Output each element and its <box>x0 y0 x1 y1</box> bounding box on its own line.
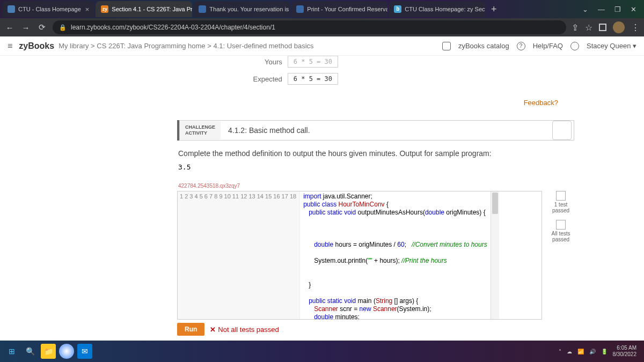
run-button[interactable]: Run <box>177 323 204 336</box>
challenge-tag: CHALLENGEACTIVITY <box>180 121 221 139</box>
lock-icon: 🔒 <box>59 24 67 31</box>
yours-output: 6 * 5 = 30 <box>288 56 338 68</box>
windows-taskbar: ⊞ 🔍 📁 ✉ ˄ ☁ 📶 🔊 🔋 6:05 AM 8/30/2022 <box>0 341 644 362</box>
close-window-icon[interactable]: ✕ <box>631 5 636 13</box>
tab-ctu-home[interactable]: CTU - Class Homepage× <box>2 1 94 17</box>
system-clock[interactable]: 6:05 AM 8/30/2022 <box>613 345 640 358</box>
star-icon[interactable]: ☆ <box>585 23 592 33</box>
reload-icon[interactable]: ⟳ <box>36 23 47 32</box>
new-tab-button[interactable]: + <box>486 2 501 17</box>
code-area[interactable]: import java.util.Scanner; public class H… <box>300 191 491 319</box>
challenge-title: 4.1.2: Basic method call. <box>221 126 552 135</box>
battery-icon[interactable]: 🔋 <box>601 349 608 354</box>
hamburger-icon[interactable]: ≡ <box>8 41 12 51</box>
site-icon <box>199 5 206 13</box>
site-icon <box>296 5 304 13</box>
volume-icon[interactable]: 🔊 <box>589 349 596 354</box>
wifi-icon[interactable]: 📶 <box>577 349 584 354</box>
forward-icon[interactable]: → <box>20 23 31 32</box>
user-menu[interactable]: Stacey Queen ▾ <box>587 42 636 50</box>
page-content: Yours 6 * 5 = 30 Expected 6 * 5 = 30 Fee… <box>0 56 644 341</box>
test-status: ✕Not all tests passed <box>210 326 279 334</box>
zybooks-logo[interactable]: zyBooks <box>19 41 54 51</box>
help-icon: ? <box>517 42 525 50</box>
feedback-link[interactable]: Feedback? <box>524 99 558 107</box>
user-icon <box>570 42 579 50</box>
sample-output: 3.5 <box>178 163 574 171</box>
site-icon: b <box>394 5 401 13</box>
kebab-icon[interactable]: ⋮ <box>631 23 640 33</box>
share-icon[interactable]: ⇪ <box>572 23 579 33</box>
zybooks-header: ≡ zyBooks My library > CS 226T: Java Pro… <box>0 36 644 56</box>
browser-tab-strip: CTU - Class Homepage× zySection 4.1 - CS… <box>0 0 644 18</box>
instructions: Complete the method definition to output… <box>178 149 574 158</box>
profile-avatar[interactable] <box>613 21 625 33</box>
trophy-icon <box>552 121 572 140</box>
address-bar: ← → ⟳ 🔒 learn.zybooks.com/zybook/CS226-2… <box>0 18 644 36</box>
close-icon[interactable]: × <box>85 5 90 13</box>
scrollbar-vertical[interactable] <box>491 191 499 319</box>
search-icon[interactable]: 🔍 <box>23 344 38 359</box>
tab-reservation[interactable]: Thank you. Your reservation is c× <box>193 1 290 17</box>
test-checkbox-1 <box>556 191 566 201</box>
url-input[interactable]: 🔒 learn.zybooks.com/zybook/CS226-2204A-0… <box>53 20 566 34</box>
line-gutter: 1 2 3 4 5 6 7 8 9 10 11 12 13 14 15 16 1… <box>178 191 300 319</box>
yours-label: Yours <box>265 58 282 66</box>
fail-icon: ✕ <box>210 326 216 334</box>
tab-zybooks-section[interactable]: zySection 4.1 - CS 226T: Java Progr× <box>96 1 192 17</box>
catalog-icon <box>442 42 451 50</box>
scroll-thumb[interactable] <box>492 193 498 214</box>
catalog-link[interactable]: zyBooks catalog <box>458 42 509 50</box>
chrome-icon[interactable] <box>59 344 74 359</box>
expected-label: Expected <box>253 75 282 83</box>
help-link[interactable]: Help/FAQ <box>533 42 563 50</box>
test-checkbox-2 <box>556 220 566 230</box>
chevron-down-icon[interactable]: ⌄ <box>582 5 588 13</box>
tab-print-reservation[interactable]: Print - Your Confirmed Reservati× <box>291 1 387 17</box>
file-explorer-icon[interactable]: 📁 <box>41 344 56 359</box>
question-id: 422784.2543518.qx3zqy7 <box>178 183 574 189</box>
tab-ctu-zy[interactable]: bCTU Class Homepage: zy Sectio× <box>389 1 485 17</box>
stop-icon[interactable] <box>599 24 606 31</box>
maximize-icon[interactable]: ❐ <box>614 5 621 13</box>
test-results: 1 test passed All tests passed <box>542 191 574 320</box>
start-button[interactable]: ⊞ <box>4 344 19 359</box>
mail-icon[interactable]: ✉ <box>77 344 92 359</box>
back-icon[interactable]: ← <box>4 23 15 32</box>
cloud-icon[interactable]: ☁ <box>567 349 572 354</box>
challenge-activity: CHALLENGEACTIVITY 4.1.2: Basic method ca… <box>177 120 574 141</box>
site-icon: zy <box>101 5 108 13</box>
minimize-icon[interactable]: — <box>598 5 605 13</box>
site-icon <box>8 5 15 13</box>
chevron-up-icon[interactable]: ˄ <box>559 349 561 354</box>
breadcrumb[interactable]: My library > CS 226T: Java Programming h… <box>58 42 313 50</box>
code-editor[interactable]: 1 2 3 4 5 6 7 8 9 10 11 12 13 14 15 16 1… <box>177 191 542 320</box>
expected-output: 6 * 5 = 30 <box>288 73 338 85</box>
